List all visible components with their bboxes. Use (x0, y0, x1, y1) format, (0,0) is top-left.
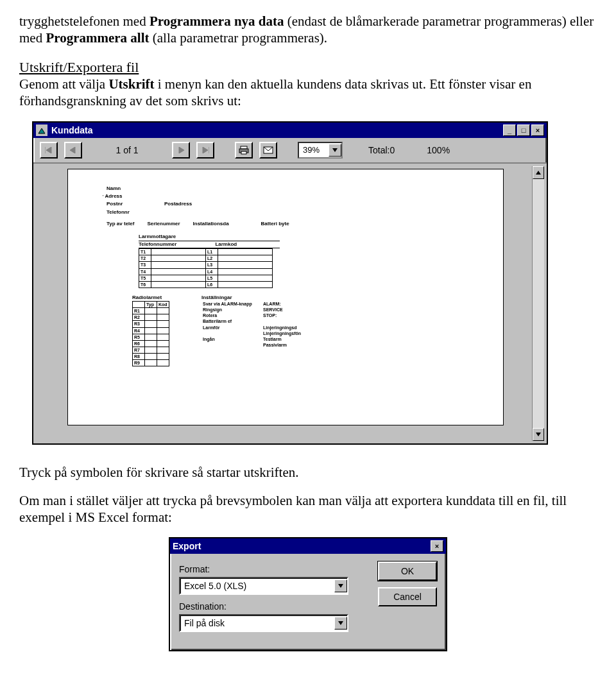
pv-telefonnummer: Telefonnummer (139, 241, 176, 248)
paragraph-1-bold-2: Programmera allt (46, 30, 152, 46)
section-heading: Utskrift/Exportera fil (19, 59, 139, 75)
pv-namn: Namn (107, 185, 145, 192)
cancel-button[interactable]: Cancel (378, 587, 437, 606)
scroll-up-button[interactable] (533, 166, 544, 179)
pv-larmkod: Larmkod (215, 241, 237, 248)
zoom-combo[interactable]: 39% (298, 142, 343, 159)
nav-first-button[interactable] (40, 142, 58, 159)
svg-rect-0 (241, 146, 247, 149)
pv-postadress: Postadress (164, 201, 192, 207)
chevron-down-icon (338, 621, 343, 625)
total-count: Total:0 (368, 145, 395, 155)
format-label: Format: (179, 564, 369, 574)
maximize-button[interactable]: □ (517, 124, 530, 136)
nav-prev-button[interactable] (64, 142, 82, 159)
close-button[interactable]: × (531, 124, 544, 136)
pv-typ-av-telef: Typ av telef (107, 221, 134, 227)
export-mail-button[interactable] (259, 142, 277, 159)
svg-rect-2 (241, 151, 246, 154)
preview-scroll-area: Namn ' Adress Postnr Postadress Telefonn… (33, 164, 547, 443)
chevron-up-icon (536, 171, 541, 175)
kunddata-title: Kunddata (51, 125, 93, 135)
minimize-button[interactable]: _ (503, 124, 516, 136)
destination-combo[interactable]: Fil på disk (179, 614, 348, 632)
paragraph-1-bold-1: Programmera nya data (150, 13, 287, 29)
nav-next-button[interactable] (172, 142, 190, 159)
export-close-button[interactable]: × (431, 540, 443, 552)
format-dropdown-button[interactable] (334, 579, 347, 592)
printer-icon (239, 146, 249, 155)
pv-serienummer: Serienummer (147, 221, 180, 227)
pv-batteri-byte: Batteri byte (261, 221, 289, 227)
destination-value: Fil på disk (180, 618, 334, 628)
load-percent: 100% (427, 145, 450, 155)
pv-installationsda: Installationsda (193, 221, 229, 227)
kunddata-window: Kunddata _ □ × 1 of 1 39% (32, 121, 548, 445)
pv-table-r: TypKod R1 R2 R3 R4 R5 R6 R7 R8 R9 (132, 301, 169, 366)
paragraph-1-text-a: trygghetstelefonen med (19, 13, 150, 29)
pv-table-settings: Svar via ALARM-knappALARM: RingsignSERVI… (201, 301, 309, 348)
paragraph-2-bold: Utskrift (108, 76, 154, 92)
pv-adress: ' Adress (103, 193, 141, 200)
paragraph-4: Om man i stället väljer att trycka på br… (19, 492, 597, 526)
paragraph-1: trygghetstelefonen med Programmera nya d… (19, 13, 597, 47)
section-heading-block: Utskrift/Exportera fil Genom att välja U… (19, 58, 597, 110)
preview-page: Namn ' Adress Postnr Postadress Telefonn… (67, 169, 504, 425)
pv-radiolarmet: Radiolarmet (132, 295, 169, 301)
pv-installningar: Inställningar (201, 295, 309, 301)
envelope-icon (263, 146, 273, 154)
pv-postnr: Postnr (107, 201, 145, 207)
ok-button[interactable]: OK (378, 562, 437, 581)
export-title: Export (173, 541, 201, 551)
nav-last-button[interactable] (196, 142, 214, 159)
export-titlebar: Export × (170, 538, 446, 554)
chevron-down-icon (536, 433, 541, 436)
page-indicator: 1 of 1 (89, 145, 166, 155)
kunddata-titlebar: Kunddata _ □ × (33, 123, 547, 138)
paragraph-2-text-a: Genom att välja (19, 76, 108, 92)
vertical-scrollbar[interactable] (532, 166, 544, 441)
export-window: Export × Format: Excel 5.0 (XLS) Destina… (169, 537, 447, 651)
format-combo[interactable]: Excel 5.0 (XLS) (179, 577, 348, 595)
destination-dropdown-button[interactable] (334, 617, 347, 630)
chevron-down-icon (332, 148, 338, 152)
destination-label: Destination: (179, 601, 369, 612)
pv-telefonnr: Telefonnr (107, 209, 145, 216)
pv-larmmottagare: Larmmottagare (139, 234, 176, 240)
zoom-dropdown-button[interactable] (329, 144, 341, 157)
kunddata-window-icon (36, 124, 47, 136)
format-value: Excel 5.0 (XLS) (180, 581, 334, 591)
pv-table-t: T1L1 T2L2 T3L3 T4L4 T5L5 T6L6 (139, 248, 273, 288)
kunddata-toolbar: 1 of 1 39% Total:0 100% (33, 138, 547, 164)
print-button[interactable] (235, 142, 253, 159)
zoom-value: 39% (299, 145, 329, 155)
chevron-down-icon (338, 584, 343, 588)
scroll-down-button[interactable] (533, 428, 544, 441)
paragraph-1-text-d: (alla parametrar programmeras). (153, 30, 327, 46)
paragraph-3: Tryck på symbolen för skrivare så starta… (19, 464, 597, 481)
